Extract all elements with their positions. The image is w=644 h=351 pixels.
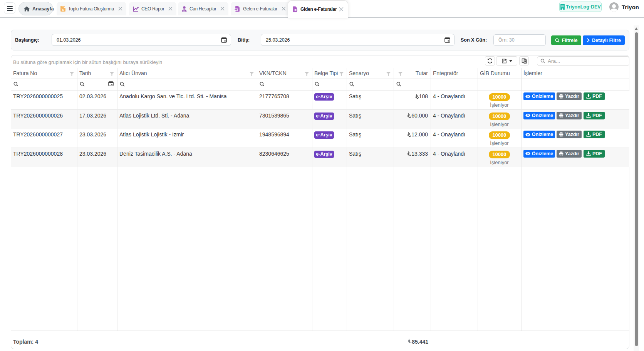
svg-text:$: $: [62, 8, 64, 12]
